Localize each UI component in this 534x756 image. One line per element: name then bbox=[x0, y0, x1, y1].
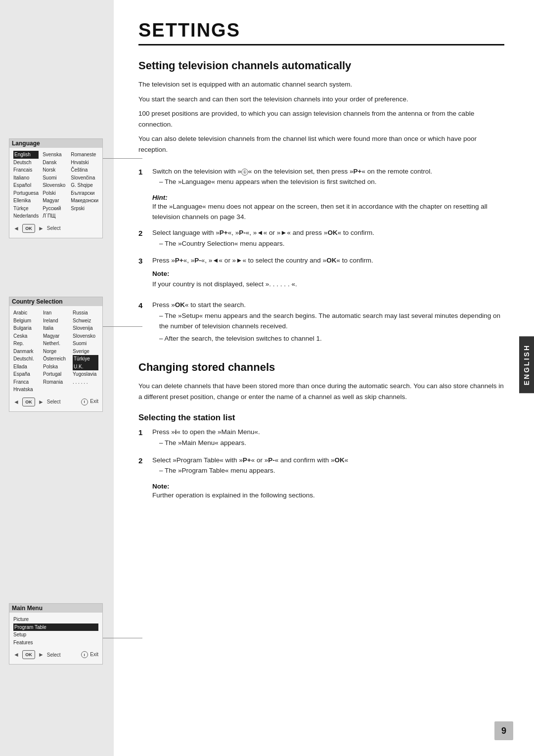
exit-circle-menu: i bbox=[81, 651, 88, 658]
country-iran: Iran bbox=[43, 309, 69, 317]
step2-content: Select language with »P+«, »P-«, »◄« or … bbox=[152, 227, 504, 250]
substep2-number: 2 bbox=[138, 455, 152, 467]
substep1: 1 Press »i« to open the »Main Menu«. – T… bbox=[138, 427, 504, 449]
language-box: Language English Deutsch Francais Italia… bbox=[9, 138, 103, 238]
step2-number: 2 bbox=[138, 227, 152, 239]
lang-polski: Polski bbox=[43, 189, 67, 197]
connector-language bbox=[103, 158, 142, 159]
language-item-ellenika: Ellenika bbox=[13, 197, 39, 205]
country-suomi: Suomi bbox=[73, 340, 98, 348]
country-turkiye: Türkiye bbox=[73, 355, 98, 363]
note-block-step3: Note: If your country is not displayed, … bbox=[152, 268, 504, 290]
step2-text: Select language with »P+«, »P-«, »◄« or … bbox=[152, 229, 374, 236]
step3-text: Press »P+«, »P-«, »◄« or »►« to select t… bbox=[152, 257, 373, 264]
country-box: Country Selection Arabic Belgium Bulgari… bbox=[9, 297, 103, 412]
country-sverige: Sverige bbox=[73, 348, 98, 356]
step1-sub: – The »Language« menu appears when the t… bbox=[152, 177, 504, 187]
language-item-portuguesa: Portuguesa bbox=[13, 189, 39, 197]
language-col2: Svenska Dansk Norsk Suomi Slovensko Pols… bbox=[43, 151, 67, 220]
select-label-menu: Select bbox=[47, 652, 61, 658]
language-item-turkce: Türkçe bbox=[13, 205, 39, 213]
connector-country bbox=[103, 326, 142, 327]
section1-heading: Setting television channels automaticall… bbox=[138, 59, 504, 72]
section1-para3: 100 preset positions are provided, to wh… bbox=[138, 108, 504, 130]
country-dots: . . . . . . bbox=[73, 378, 98, 386]
country-schweiz: Schweiz bbox=[73, 317, 98, 325]
lang-magyar: Magyar bbox=[43, 197, 67, 205]
country-slovenija: Slovenija bbox=[73, 324, 98, 332]
language-item-english: English bbox=[13, 151, 39, 159]
country-danmark: Danmark bbox=[13, 348, 39, 356]
lang-cyrillic: Л`ПЩ bbox=[43, 212, 67, 220]
lang-suomi: Suomi bbox=[43, 174, 67, 182]
exit-label-country: Exit bbox=[90, 399, 98, 404]
country-espana: España bbox=[13, 370, 39, 378]
country-italia: Italia bbox=[43, 324, 69, 332]
section2-heading: Changing stored channels bbox=[138, 361, 504, 374]
section1-para1: The television set is equipped with an a… bbox=[138, 79, 504, 90]
step1-content: Switch on the television with »①« on the… bbox=[152, 166, 504, 189]
select-label-lang: Select bbox=[47, 225, 61, 231]
step4-content: Press »OK« to start the search. – The »S… bbox=[152, 300, 504, 345]
substep2-content: Select »Program Table« with »P+« or »P-«… bbox=[152, 455, 504, 478]
country-magyar: Magyar bbox=[43, 332, 69, 340]
country-osterreich: Österreich bbox=[43, 355, 69, 363]
select-label-country: Select bbox=[47, 399, 61, 404]
lang-slovencina: Slovenčina bbox=[71, 174, 98, 182]
exit-btn-country: i Exit bbox=[81, 399, 98, 405]
lang-macedonian: Македонски bbox=[71, 197, 98, 205]
note-text-step3: If your country is not displayed, select… bbox=[152, 279, 504, 290]
country-romania: Romania bbox=[43, 378, 69, 386]
country-ireland: Ireland bbox=[43, 317, 69, 325]
country-franca: Franca bbox=[13, 378, 39, 386]
country-col3: Russia Schweiz Slovenija Slovensko Suomi… bbox=[73, 309, 98, 394]
language-col3: Romaneste Hrvatski Čeština Slovenčina G.… bbox=[71, 151, 98, 220]
ok-button-lang: OK bbox=[22, 224, 35, 233]
lang-svenska: Svenska bbox=[43, 151, 67, 159]
exit-label-menu: Exit bbox=[90, 652, 98, 657]
step4: 4 Press »OK« to start the search. – The … bbox=[138, 300, 504, 345]
step4-number: 4 bbox=[138, 300, 152, 311]
country-col1: Arabic Belgium Bulgaria Ceska Rep. Danma… bbox=[13, 309, 39, 394]
country-hrvatska: Hrvatska bbox=[13, 386, 39, 394]
ok-arrow-right-country: ► bbox=[38, 399, 44, 405]
country-deutschl: Deutschl. bbox=[13, 355, 39, 363]
hint-label: Hint: bbox=[152, 194, 504, 201]
language-item-italiano: Italiano bbox=[13, 174, 39, 182]
lang-norsk: Norsk bbox=[43, 166, 67, 174]
lang-dansk: Dansk bbox=[43, 159, 67, 167]
step1-text: Switch on the television with »①« on the… bbox=[152, 168, 432, 175]
step2: 2 Select language with »P+«, »P-«, »◄« o… bbox=[138, 227, 504, 250]
exit-btn-menu: i Exit bbox=[81, 651, 98, 658]
country-ellada: Ellada bbox=[13, 363, 39, 371]
language-item-nederlands: Nederlands bbox=[13, 212, 39, 220]
ok-button-country: OK bbox=[22, 398, 35, 406]
connector-main-menu bbox=[103, 638, 142, 638]
english-tab: ENGLISH bbox=[519, 336, 534, 393]
country-norge: Norge bbox=[43, 348, 69, 356]
main-menu-box-footer: ◄ OK ► Select i Exit bbox=[13, 650, 98, 659]
step4-sub2: – After the search, the television switc… bbox=[152, 333, 504, 344]
step4-text: Press »OK« to start the search. bbox=[152, 301, 246, 309]
menu-item-features: Features bbox=[13, 639, 98, 647]
lang-gshqipe: G. Shqipe bbox=[71, 181, 98, 189]
country-slovensko: Slovensko bbox=[73, 332, 98, 340]
lang-cestina: Čeština bbox=[71, 166, 98, 174]
substep2: 2 Select »Program Table« with »P+« or »P… bbox=[138, 455, 504, 478]
country-polska: Polska bbox=[43, 363, 69, 371]
country-bulgaria: Bulgaria bbox=[13, 324, 39, 332]
lang-bulgarian: Български bbox=[71, 189, 98, 197]
hint-block: Hint: If the »Language« menu does not ap… bbox=[152, 194, 504, 222]
country-arabic: Arabic bbox=[13, 309, 39, 317]
country-netherl: Netherl. bbox=[43, 340, 69, 348]
country-col2: Iran Ireland Italia Magyar Netherl. Norg… bbox=[43, 309, 69, 394]
step3-content: Press »P+«, »P-«, »◄« or »►« to select t… bbox=[152, 255, 504, 295]
language-col1: English Deutsch Francais Italiano Españo… bbox=[13, 151, 39, 220]
subsection-heading: Selecting the station list bbox=[138, 413, 504, 423]
ok-arrow-left-menu: ◄ bbox=[13, 651, 19, 658]
step1: 1 Switch on the television with »①« on t… bbox=[138, 166, 504, 189]
substep2-text: Select »Program Table« with »P+« or »P-«… bbox=[152, 456, 348, 464]
language-item-francais: Francais bbox=[13, 166, 39, 174]
substep2-sub: – The »Program Table« menu appears. bbox=[152, 465, 504, 476]
country-box-title: Country Selection bbox=[9, 297, 102, 306]
